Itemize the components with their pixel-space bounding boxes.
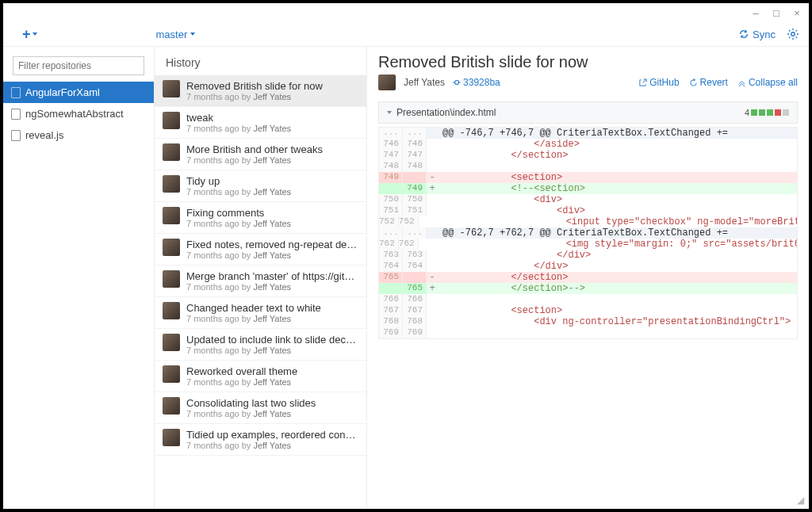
diffstat: 4 xyxy=(745,108,789,117)
add-repo-button[interactable]: + xyxy=(22,26,37,43)
commit-title: Removed British slide for now xyxy=(378,53,798,71)
commit-item[interactable]: Tidied up examples, reordered content, e… xyxy=(155,424,366,456)
diff-line: 746746 </aside> xyxy=(379,139,797,150)
diff-line: 766766 xyxy=(379,294,797,305)
commit-item[interactable]: Consolidating last two slides7 months ag… xyxy=(155,392,366,424)
window-minimize-button[interactable]: – xyxy=(750,7,761,18)
repo-item[interactable]: AngularForXaml xyxy=(3,82,154,103)
avatar xyxy=(163,334,180,351)
diff-line: 764764 </div> xyxy=(379,261,797,272)
caret-down-icon xyxy=(33,32,37,36)
diff-line: 769769 xyxy=(379,327,797,338)
settings-button[interactable] xyxy=(787,28,799,40)
avatar xyxy=(163,270,180,288)
commit-item[interactable]: Tidy up7 months ago by Jeff Yates xyxy=(155,170,366,202)
avatar xyxy=(163,175,180,193)
resize-grip[interactable]: ◢ xyxy=(797,495,804,506)
repo-item[interactable]: ngSomewhatAbstract xyxy=(3,103,154,124)
commit-message: More British and other tweaks xyxy=(186,143,323,155)
commit-item[interactable]: Fixed notes, removed ng-repeat demo7 mon… xyxy=(155,234,366,266)
avatar xyxy=(163,207,180,224)
open-github-link[interactable]: GitHub xyxy=(638,77,679,88)
diff-line: ...... @@ -762,7 +762,7 @@ CriteriaTextB… xyxy=(379,227,797,239)
history-title: History xyxy=(155,47,366,75)
commit-meta: 7 months ago by Jeff Yates xyxy=(186,441,358,450)
revert-icon xyxy=(689,78,698,87)
commit-meta: 7 months ago by Jeff Yates xyxy=(186,250,358,260)
commit-meta: 7 months ago by Jeff Yates xyxy=(186,92,323,101)
commit-message: Merge branch 'master' of https://github.… xyxy=(186,270,358,282)
external-link-icon xyxy=(638,78,647,87)
window-close-button[interactable]: × xyxy=(791,7,802,18)
sync-label: Sync xyxy=(753,29,776,40)
diff-line: 765+ </section>--> xyxy=(379,283,797,294)
commit-message: tweak xyxy=(186,112,291,124)
diff-line: ...... @@ -746,7 +746,7 @@ CriteriaTextB… xyxy=(379,128,797,139)
branch-name: master xyxy=(156,29,188,40)
avatar xyxy=(163,302,180,319)
chevron-down-icon xyxy=(387,111,392,114)
avatar xyxy=(163,143,180,161)
diff-view[interactable]: ...... @@ -746,7 +746,7 @@ CriteriaTextB… xyxy=(378,127,798,339)
commit-item[interactable]: Merge branch 'master' of https://github.… xyxy=(155,266,366,297)
filter-repositories-input[interactable] xyxy=(13,56,144,75)
diff-line: 765- </section> xyxy=(379,272,797,283)
commit-message: Consolidating last two slides xyxy=(186,397,316,409)
repo-item[interactable]: reveal.js xyxy=(3,124,154,146)
caret-down-icon xyxy=(190,32,195,36)
sync-icon xyxy=(738,29,749,40)
avatar xyxy=(163,429,180,446)
diff-line: 752752 <input type="checkbox" ng-model="… xyxy=(379,216,797,227)
commit-item[interactable]: Changed header text to white7 months ago… xyxy=(155,297,366,329)
commit-item[interactable]: tweak7 months ago by Jeff Yates xyxy=(155,107,366,139)
window-maximize-button[interactable]: □ xyxy=(771,7,782,18)
svg-point-1 xyxy=(455,81,459,85)
diff-line: 748748 xyxy=(379,161,797,172)
revert-button[interactable]: Revert xyxy=(689,77,728,88)
commit-meta: 7 months ago by Jeff Yates xyxy=(186,155,323,165)
commit-message: Reworked overall theme xyxy=(186,365,297,377)
commit-meta: 7 months ago by Jeff Yates xyxy=(186,377,297,387)
commit-meta: 7 months ago by Jeff Yates xyxy=(186,187,291,197)
commit-icon xyxy=(453,78,461,86)
diff-line: 763763 </div> xyxy=(379,250,797,261)
diff-line: 749+ <!--<section> xyxy=(379,183,797,194)
avatar xyxy=(163,397,180,415)
commit-meta: 7 months ago by Jeff Yates xyxy=(186,314,321,323)
commit-item[interactable]: Fixing comments7 months ago by Jeff Yate… xyxy=(155,202,366,234)
file-header[interactable]: Presentation\index.html 4 xyxy=(378,101,798,124)
diff-line: 751751 <div> xyxy=(379,205,797,216)
diff-line: 762762 <img style="margin: 0;" src="asse… xyxy=(379,239,797,250)
commit-message: Updated to include link to slide deck on… xyxy=(186,334,358,346)
commit-hash-link[interactable]: 33928ba xyxy=(453,77,500,88)
svg-point-0 xyxy=(791,32,795,36)
commit-meta: 7 months ago by Jeff Yates xyxy=(186,124,291,133)
commit-item[interactable]: Removed British slide for now7 months ag… xyxy=(155,75,366,107)
avatar xyxy=(163,365,180,383)
commit-meta: 7 months ago by Jeff Yates xyxy=(186,409,316,418)
commit-hash: 33928ba xyxy=(463,77,500,88)
commit-message: Fixed notes, removed ng-repeat demo xyxy=(186,239,358,250)
avatar xyxy=(163,112,180,129)
commit-message: Changed header text to white xyxy=(186,302,321,314)
commit-item[interactable]: Reworked overall theme7 months ago by Je… xyxy=(155,361,366,392)
avatar xyxy=(163,80,180,97)
commit-message: Tidy up xyxy=(186,175,291,187)
commit-meta: 7 months ago by Jeff Yates xyxy=(186,219,291,228)
commit-message: Removed British slide for now xyxy=(186,80,323,92)
avatar xyxy=(163,239,180,256)
commit-item[interactable]: Updated to include link to slide deck on… xyxy=(155,329,366,361)
commit-message: Tidied up examples, reordered content, e… xyxy=(186,429,358,441)
plus-icon: + xyxy=(22,26,31,43)
sync-button[interactable]: Sync xyxy=(738,29,776,40)
collapse-icon xyxy=(737,78,746,87)
commit-meta: 7 months ago by Jeff Yates xyxy=(186,346,358,355)
collapse-all-button[interactable]: Collapse all xyxy=(737,77,798,88)
branch-selector[interactable]: master xyxy=(156,29,196,40)
commit-author: Jeff Yates xyxy=(404,77,445,88)
file-path: Presentation\index.html xyxy=(396,107,496,118)
diff-line: 749- <section> xyxy=(379,172,797,183)
commit-item[interactable]: More British and other tweaks7 months ag… xyxy=(155,139,366,170)
avatar xyxy=(378,75,396,90)
diff-line: 750750 <div> xyxy=(379,194,797,205)
